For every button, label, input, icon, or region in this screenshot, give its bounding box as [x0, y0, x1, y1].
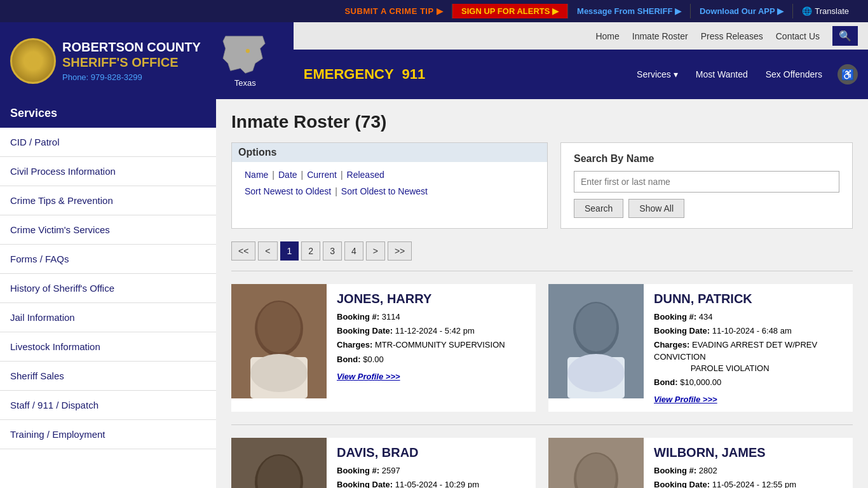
- sheriff-msg-label: Message From SHERIFF: [577, 6, 672, 16]
- inmate-charges-dunn: Charges: EVADING ARREST DET W/PREV CONVI…: [654, 339, 853, 374]
- search-heading: Search By Name: [574, 153, 839, 165]
- search-input[interactable]: [574, 171, 839, 193]
- phone-number: 979-828-3299: [91, 72, 142, 82]
- pagination-page-1[interactable]: 1: [280, 241, 299, 261]
- sign-up-alerts-button[interactable]: SIGN UP FOR ALERTS ▶: [452, 4, 568, 18]
- sort-by-name-link[interactable]: Name: [245, 170, 268, 180]
- inmate-booking-num-davis: Booking #: 2597: [337, 465, 536, 477]
- inmate-info-davis: DAVIS, BRAD Booking #: 2597 Booking Date…: [337, 438, 536, 488]
- nav-press-releases[interactable]: Press Releases: [701, 31, 763, 41]
- sheriff-badge: [10, 38, 56, 84]
- nav-contact-us[interactable]: Contact Us: [776, 31, 820, 41]
- search-buttons: Search Show All: [574, 199, 839, 218]
- accessibility-button[interactable]: ♿: [837, 64, 858, 85]
- current-filter-link[interactable]: Current: [307, 170, 337, 180]
- phone-display: Phone: 979-828-3299: [62, 72, 201, 82]
- inmate-booking-date-wilborn: Booking Date: 11-05-2024 - 12:55 pm: [654, 479, 853, 488]
- inmate-name-wilborn: WILBORN, JAMES: [654, 445, 853, 460]
- inmate-bond-jones: Bond: $0.00: [337, 354, 536, 365]
- logo-area: ROBERTSON COUNTY SHERIFF'S OFFICE Phone:…: [0, 22, 294, 99]
- emergency-number: 911: [402, 66, 426, 82]
- nav-home[interactable]: Home: [595, 31, 619, 41]
- sidebar-item-cid-patrol[interactable]: CID / Patrol: [0, 128, 216, 157]
- inmate-photo-wilborn: [548, 438, 644, 488]
- inmate-name-davis: DAVIS, BRAD: [337, 445, 536, 460]
- inmate-photo-dunn: [548, 284, 644, 398]
- county-name: ROBERTSON COUNTY: [62, 39, 201, 55]
- sidebar-item-history[interactable]: History of Sheriff's Office: [0, 274, 216, 303]
- services-dropdown[interactable]: Services ▾: [629, 64, 686, 85]
- inmate-booking-num-wilborn: Booking #: 2802: [654, 465, 853, 477]
- svg-point-1: [246, 49, 250, 53]
- pagination-page-3[interactable]: 3: [323, 241, 342, 261]
- globe-icon: 🌐: [802, 6, 812, 16]
- texas-map-area: Texas: [207, 29, 283, 93]
- top-navigation: Home Inmate Roster Press Releases Contac…: [294, 22, 868, 50]
- translate-label: Translate: [815, 6, 849, 16]
- inmate-booking-num-dunn: Booking #: 434: [654, 311, 853, 323]
- options-links: Name | Date | Current | Released: [245, 170, 534, 180]
- inmate-charges-jones: Charges: MTR-COMMUNITY SUPERVISION: [337, 339, 536, 351]
- sort-by-date-link[interactable]: Date: [278, 170, 297, 180]
- svg-point-6: [250, 354, 308, 392]
- pagination-last[interactable]: >>: [388, 241, 412, 261]
- sheriff-msg-icon: ▶: [675, 6, 681, 16]
- nav-most-wanted[interactable]: Most Wanted: [688, 64, 756, 85]
- inmate-card-jones: JONES, HARRY Booking #: 3114 Booking Dat…: [231, 284, 536, 412]
- inmate-row-1: JONES, HARRY Booking #: 3114 Booking Dat…: [231, 271, 853, 424]
- inmate-booking-date-dunn: Booking Date: 11-10-2024 - 6:48 am: [654, 325, 853, 337]
- view-profile-dunn[interactable]: View Profile >>>: [654, 395, 717, 404]
- sidebar-item-training[interactable]: Training / Employment: [0, 420, 216, 449]
- inmate-photo-jones: [231, 284, 327, 398]
- main-content: Inmate Roster (73) Options Name | Date |…: [216, 99, 868, 488]
- sidebar-item-sheriff-sales[interactable]: Sheriff Sales: [0, 362, 216, 391]
- mugshot-silhouette-jones: [231, 284, 327, 398]
- search-box: Search By Name Search Show All: [560, 142, 853, 229]
- sheriff-message-button[interactable]: Message From SHERIFF ▶: [568, 4, 691, 18]
- texas-label: Texas: [234, 78, 256, 88]
- inmate-info-jones: JONES, HARRY Booking #: 3114 Booking Dat…: [337, 284, 536, 412]
- download-app-icon: ▶: [777, 6, 783, 16]
- download-app-button[interactable]: Download Our APP ▶: [691, 4, 793, 18]
- pagination: << < 1 2 3 4 > >>: [231, 241, 853, 261]
- sidebar-item-crime-tips[interactable]: Crime Tips & Prevention: [0, 186, 216, 215]
- sidebar-item-civil-process[interactable]: Civil Process Information: [0, 157, 216, 186]
- sign-up-label: SIGN UP FOR ALERTS: [461, 6, 550, 16]
- texas-map-svg: [220, 34, 271, 78]
- sidebar-item-staff-dispatch[interactable]: Staff / 911 / Dispatch: [0, 391, 216, 420]
- inmate-booking-date-jones: Booking Date: 11-12-2024 - 5:42 pm: [337, 325, 536, 337]
- nav-inmate-roster[interactable]: Inmate Roster: [632, 31, 688, 41]
- pagination-page-2[interactable]: 2: [301, 241, 320, 261]
- pagination-next[interactable]: >: [366, 241, 385, 261]
- page-title: Inmate Roster (73): [231, 112, 853, 132]
- pagination-page-4[interactable]: 4: [344, 241, 363, 261]
- sidebar-item-crime-victims[interactable]: Crime Victim's Services: [0, 215, 216, 245]
- sidebar: Services CID / Patrol Civil Process Info…: [0, 99, 216, 488]
- sidebar-item-jail-info[interactable]: Jail Information: [0, 303, 216, 332]
- search-button[interactable]: Search: [574, 199, 623, 218]
- mugshot-jones: [231, 284, 327, 398]
- chevron-down-icon: ▾: [674, 69, 678, 79]
- inmate-info-wilborn: WILBORN, JAMES Booking #: 2802 Booking D…: [654, 438, 853, 488]
- search-icon-button[interactable]: 🔍: [832, 26, 858, 46]
- sort-newest-link[interactable]: Sort Newest to Oldest: [245, 186, 331, 196]
- crime-tip-button[interactable]: SUBMIT A CRIME TIP ▶: [336, 4, 452, 18]
- options-heading: Options: [232, 143, 547, 162]
- pagination-first[interactable]: <<: [231, 241, 255, 261]
- nav-sex-offenders[interactable]: Sex Offenders: [758, 64, 830, 85]
- sidebar-item-forms-faqs[interactable]: Forms / FAQs: [0, 245, 216, 274]
- inmate-card-wilborn: WILBORN, JAMES Booking #: 2802 Booking D…: [548, 438, 853, 488]
- sidebar-item-livestock[interactable]: Livestock Information: [0, 332, 216, 362]
- translate-button[interactable]: 🌐 Translate: [793, 4, 858, 18]
- pagination-prev[interactable]: <: [258, 241, 277, 261]
- show-all-button[interactable]: Show All: [628, 199, 684, 218]
- alert-bar: SUBMIT A CRIME TIP ▶ SIGN UP FOR ALERTS …: [0, 0, 868, 22]
- inmate-booking-num-jones: Booking #: 3114: [337, 311, 536, 323]
- inmate-photo-davis: [231, 438, 327, 488]
- crime-tip-icon: ▶: [437, 6, 444, 16]
- main-layout: Services CID / Patrol Civil Process Info…: [0, 99, 868, 488]
- sign-up-icon: ▶: [552, 6, 559, 16]
- sort-oldest-link[interactable]: Sort Oldest to Newest: [341, 186, 428, 196]
- view-profile-jones[interactable]: View Profile >>>: [337, 372, 400, 381]
- released-filter-link[interactable]: Released: [347, 170, 384, 180]
